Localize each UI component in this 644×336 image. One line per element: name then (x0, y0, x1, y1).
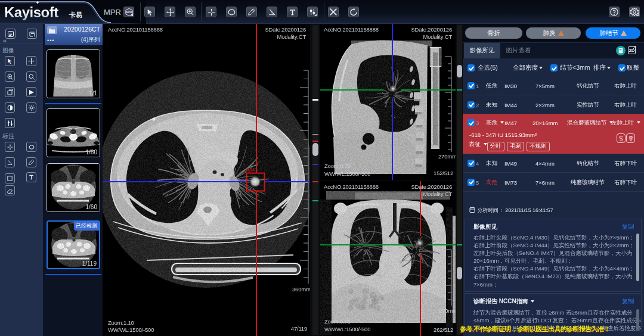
svg-text:MPR: MPR (126, 11, 132, 14)
svg-text:IM47: IM47 (246, 167, 258, 173)
